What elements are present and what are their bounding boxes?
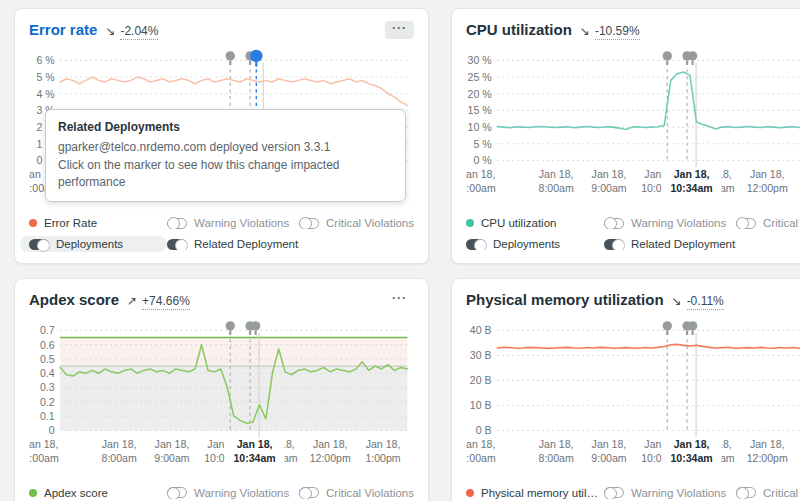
- panel-menu-button[interactable]: ···: [385, 291, 414, 309]
- svg-text:0 B: 0 B: [476, 424, 492, 436]
- svg-text:9:00am: 9:00am: [591, 451, 626, 463]
- svg-text:8:00am: 8:00am: [102, 451, 137, 463]
- svg-text:6 %: 6 %: [36, 54, 55, 66]
- svg-text:Jan 18,: Jan 18,: [750, 438, 785, 450]
- legend-series-item[interactable]: Physical memory utilization: [466, 487, 604, 499]
- chart-area: 0.70.60.50.40.30.20.10Jan 18,7:00amJan 1…: [29, 317, 414, 482]
- svg-text:Jan 18,: Jan 18,: [237, 438, 273, 450]
- trend-arrow-icon: ↘: [105, 24, 115, 38]
- series-color-dot: [29, 219, 37, 227]
- svg-text:10:34am: 10:34am: [670, 182, 712, 194]
- toggle-related-deployments[interactable]: Related Deployments: [604, 238, 736, 250]
- trend-arrow-icon: ↘: [580, 24, 590, 38]
- svg-text:9:00am: 9:00am: [154, 451, 189, 463]
- panel-header: Physical memory utilization ↘ -0.11% ···: [466, 291, 800, 315]
- toggle-on-icon: [466, 239, 486, 250]
- trend-value: -0.11%: [687, 294, 724, 310]
- toggle-critical-violations[interactable]: Critical Violations: [299, 487, 414, 499]
- deployments-label: Deployments: [56, 238, 123, 250]
- legend-series-item[interactable]: Apdex score: [29, 487, 167, 499]
- panel-header: Error rate ↘ -2.04% ···: [29, 21, 414, 45]
- svg-text:15 %: 15 %: [468, 104, 493, 116]
- toggle-warning-violations[interactable]: Warning Violations: [604, 217, 736, 229]
- critical-violations-label: Critical Violations: [326, 217, 414, 229]
- legend: Error Rate Warning Violations Critical V…: [29, 213, 414, 255]
- critical-violations-label: Critical Violations: [763, 487, 800, 499]
- toggle-off-icon: [167, 218, 187, 229]
- legend: Apdex score Warning Violations Critical …: [29, 482, 414, 501]
- warning-violations-label: Warning Violations: [631, 217, 726, 229]
- toggle-off-icon: [604, 218, 624, 229]
- line-chart[interactable]: 0.70.60.50.40.30.20.10Jan 18,7:00amJan 1…: [29, 317, 414, 482]
- toggle-critical-violations[interactable]: Critical Violations: [736, 487, 800, 499]
- series-label: Physical memory utilization: [481, 487, 599, 499]
- toggle-warning-violations[interactable]: Warning Violations: [167, 217, 299, 229]
- chart-panel: Apdex score ↗ +74.66% ··· 0.70.60.50.40.…: [14, 278, 429, 501]
- svg-text:10 B: 10 B: [470, 399, 492, 411]
- toggle-critical-violations[interactable]: Critical Violations: [299, 217, 414, 229]
- warning-violations-label: Warning Violations: [631, 487, 726, 499]
- svg-text:Jan 18,: Jan 18,: [750, 168, 785, 180]
- panel-header: Apdex score ↗ +74.66% ···: [29, 291, 414, 315]
- series-color-dot: [29, 489, 37, 497]
- svg-text:Jan 18,: Jan 18,: [674, 438, 710, 450]
- svg-text:0.1: 0.1: [40, 410, 55, 422]
- svg-text:Jan 18,: Jan 18,: [539, 438, 574, 450]
- deployment-tooltip: Related Deployments gparker@telco.nrdemo…: [45, 109, 406, 202]
- chart-panel: Error rate ↘ -2.04% ··· 6 %5 %4 %3 %2 %1…: [14, 8, 429, 264]
- svg-text:Jan 18,: Jan 18,: [592, 438, 627, 450]
- toggle-related-deployments[interactable]: Related Deployments: [167, 238, 299, 250]
- toggle-off-icon: [299, 218, 319, 229]
- related-deployments-label: Related Deployments: [194, 238, 299, 250]
- svg-text:12:00pm: 12:00pm: [747, 182, 788, 194]
- toggle-on-icon: [604, 239, 624, 250]
- series-label: Error Rate: [44, 217, 97, 229]
- toggle-critical-violations[interactable]: Critical Violations: [736, 217, 800, 229]
- tooltip-line1: gparker@telco.nrdemo.com deployed versio…: [58, 139, 393, 156]
- panel-title[interactable]: CPU utilization: [466, 21, 572, 38]
- line-chart[interactable]: 30 %25 %20 %15 %10 %5 %0 %Jan 18,7:00amJ…: [466, 47, 800, 212]
- svg-text:10 %: 10 %: [468, 121, 493, 133]
- svg-text:25 %: 25 %: [468, 71, 493, 83]
- svg-text:8:00am: 8:00am: [539, 182, 574, 194]
- toggle-off-icon: [299, 487, 319, 498]
- trend-value: -10.59%: [595, 24, 640, 40]
- legend: Physical memory utilization Warning Viol…: [466, 482, 800, 501]
- svg-text:20 B: 20 B: [470, 374, 492, 386]
- trend-arrow-icon: ↘: [672, 294, 682, 308]
- panel-title[interactable]: Physical memory utilization: [466, 291, 664, 308]
- svg-text:0.5: 0.5: [40, 353, 55, 365]
- chart-area: 40 B30 B20 B10 B0 BJan 18,7:00amJan 18,8…: [466, 317, 800, 482]
- chart-area: 6 %5 %4 %3 %2 %1 %0 %Jan 18,7:00amJan 18…: [29, 47, 414, 212]
- svg-text:7:00am: 7:00am: [29, 451, 59, 463]
- panel-title[interactable]: Error rate: [29, 21, 97, 38]
- svg-text:1:00pm: 1:00pm: [365, 451, 400, 463]
- legend-series-item[interactable]: Error Rate: [29, 217, 167, 229]
- trend-arrow-icon: ↗: [127, 294, 137, 308]
- trend-value: +74.66%: [142, 294, 190, 310]
- dashboard-grid: Error rate ↘ -2.04% ··· 6 %5 %4 %3 %2 %1…: [0, 0, 800, 501]
- trend-value: -2.04%: [120, 24, 158, 40]
- panel-menu-button[interactable]: ···: [385, 21, 414, 39]
- svg-text:Jan 18,: Jan 18,: [592, 168, 627, 180]
- warning-violations-label: Warning Violations: [194, 487, 289, 499]
- toggle-warning-violations[interactable]: Warning Violations: [167, 487, 299, 499]
- line-chart[interactable]: 40 B30 B20 B10 B0 BJan 18,7:00amJan 18,8…: [466, 317, 800, 482]
- deployments-label: Deployments: [493, 238, 560, 250]
- chart-panel: Physical memory utilization ↘ -0.11% ···…: [451, 278, 800, 501]
- toggle-deployments[interactable]: Deployments: [20, 236, 167, 252]
- legend-series-item[interactable]: CPU utilization: [466, 217, 604, 229]
- svg-text:0.6: 0.6: [40, 338, 55, 350]
- toggle-warning-violations[interactable]: Warning Violations: [604, 487, 736, 499]
- legend: CPU utilization Warning Violations Criti…: [466, 213, 800, 255]
- svg-text:Jan 18,: Jan 18,: [29, 438, 58, 450]
- tooltip-title: Related Deployments: [58, 119, 393, 136]
- toggle-off-icon: [604, 487, 624, 498]
- panel-title[interactable]: Apdex score: [29, 291, 119, 308]
- svg-text:0 %: 0 %: [473, 154, 492, 166]
- toggle-deployments[interactable]: Deployments: [466, 238, 604, 250]
- svg-text:0.7: 0.7: [40, 324, 55, 336]
- svg-text:Jan 18,: Jan 18,: [366, 438, 401, 450]
- svg-text:5 %: 5 %: [36, 71, 55, 83]
- svg-text:Jan 18,: Jan 18,: [674, 168, 710, 180]
